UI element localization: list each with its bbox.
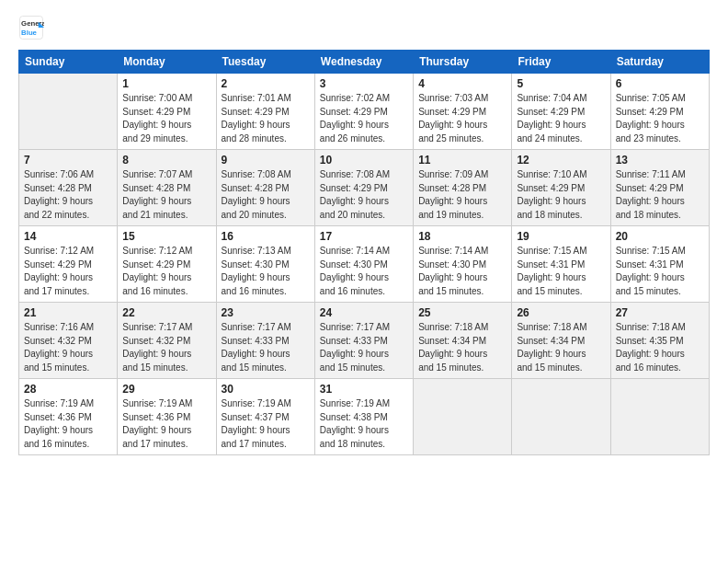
day-info: Sunrise: 7:00 AMSunset: 4:29 PMDaylight:… bbox=[122, 92, 210, 145]
day-cell: 28Sunrise: 7:19 AMSunset: 4:36 PMDayligh… bbox=[19, 379, 118, 455]
day-info: Sunrise: 7:10 AMSunset: 4:29 PMDaylight:… bbox=[517, 168, 605, 222]
day-cell: 20Sunrise: 7:15 AMSunset: 4:31 PMDayligh… bbox=[610, 226, 709, 303]
week-row-4: 21Sunrise: 7:16 AMSunset: 4:32 PMDayligh… bbox=[19, 303, 710, 379]
day-number: 8 bbox=[122, 154, 210, 167]
day-info: Sunrise: 7:06 AMSunset: 4:28 PMDaylight:… bbox=[24, 168, 112, 222]
day-cell: 26Sunrise: 7:18 AMSunset: 4:34 PMDayligh… bbox=[512, 303, 610, 379]
day-number: 7 bbox=[24, 154, 112, 167]
day-info: Sunrise: 7:16 AMSunset: 4:32 PMDaylight:… bbox=[24, 321, 112, 374]
day-cell: 17Sunrise: 7:14 AMSunset: 4:30 PMDayligh… bbox=[314, 226, 413, 303]
day-cell: 21Sunrise: 7:16 AMSunset: 4:32 PMDayligh… bbox=[19, 303, 118, 379]
day-info: Sunrise: 7:17 AMSunset: 4:33 PMDaylight:… bbox=[320, 321, 408, 374]
header-cell-sunday: Sunday bbox=[19, 51, 118, 74]
day-cell bbox=[414, 379, 512, 455]
day-cell: 5Sunrise: 7:04 AMSunset: 4:29 PMDaylight… bbox=[512, 74, 610, 150]
day-info: Sunrise: 7:15 AMSunset: 4:31 PMDaylight:… bbox=[517, 245, 605, 298]
day-number: 30 bbox=[222, 383, 310, 396]
day-info: Sunrise: 7:19 AMSunset: 4:37 PMDaylight:… bbox=[222, 397, 310, 451]
day-cell: 3Sunrise: 7:02 AMSunset: 4:29 PMDaylight… bbox=[314, 74, 413, 150]
day-cell bbox=[19, 74, 118, 150]
day-info: Sunrise: 7:18 AMSunset: 4:34 PMDaylight:… bbox=[517, 321, 605, 374]
week-row-1: 1Sunrise: 7:00 AMSunset: 4:29 PMDaylight… bbox=[19, 74, 710, 150]
day-number: 5 bbox=[517, 77, 605, 90]
day-info: Sunrise: 7:04 AMSunset: 4:29 PMDaylight:… bbox=[517, 92, 605, 145]
day-info: Sunrise: 7:15 AMSunset: 4:31 PMDaylight:… bbox=[616, 245, 704, 298]
day-info: Sunrise: 7:12 AMSunset: 4:29 PMDaylight:… bbox=[122, 245, 210, 298]
day-number: 6 bbox=[616, 77, 704, 90]
logo-icon: General Blue bbox=[18, 15, 44, 40]
header-cell-wednesday: Wednesday bbox=[314, 51, 413, 74]
day-number: 24 bbox=[320, 306, 408, 319]
day-info: Sunrise: 7:09 AMSunset: 4:28 PMDaylight:… bbox=[418, 168, 506, 222]
day-number: 13 bbox=[616, 154, 704, 167]
day-number: 4 bbox=[418, 77, 506, 90]
day-info: Sunrise: 7:07 AMSunset: 4:28 PMDaylight:… bbox=[122, 168, 210, 222]
day-cell: 19Sunrise: 7:15 AMSunset: 4:31 PMDayligh… bbox=[512, 226, 610, 303]
header-cell-thursday: Thursday bbox=[414, 51, 512, 74]
day-info: Sunrise: 7:19 AMSunset: 4:36 PMDaylight:… bbox=[24, 397, 112, 451]
day-cell: 22Sunrise: 7:17 AMSunset: 4:32 PMDayligh… bbox=[118, 303, 216, 379]
day-cell: 14Sunrise: 7:12 AMSunset: 4:29 PMDayligh… bbox=[19, 226, 118, 303]
day-cell: 18Sunrise: 7:14 AMSunset: 4:30 PMDayligh… bbox=[414, 226, 512, 303]
header-cell-tuesday: Tuesday bbox=[216, 51, 314, 74]
day-cell: 27Sunrise: 7:18 AMSunset: 4:35 PMDayligh… bbox=[610, 303, 709, 379]
day-number: 22 bbox=[122, 306, 210, 319]
day-info: Sunrise: 7:17 AMSunset: 4:32 PMDaylight:… bbox=[122, 321, 210, 374]
week-row-2: 7Sunrise: 7:06 AMSunset: 4:28 PMDaylight… bbox=[19, 150, 710, 226]
day-number: 25 bbox=[418, 306, 506, 319]
week-row-3: 14Sunrise: 7:12 AMSunset: 4:29 PMDayligh… bbox=[19, 226, 710, 303]
day-number: 16 bbox=[222, 230, 310, 243]
day-info: Sunrise: 7:18 AMSunset: 4:35 PMDaylight:… bbox=[616, 321, 704, 374]
day-number: 23 bbox=[222, 306, 310, 319]
day-info: Sunrise: 7:14 AMSunset: 4:30 PMDaylight:… bbox=[418, 245, 506, 298]
logo: General Blue bbox=[18, 15, 48, 40]
day-number: 1 bbox=[122, 77, 210, 90]
calendar-table: SundayMondayTuesdayWednesdayThursdayFrid… bbox=[18, 50, 710, 455]
day-cell: 31Sunrise: 7:19 AMSunset: 4:38 PMDayligh… bbox=[314, 379, 413, 455]
day-number: 3 bbox=[320, 77, 408, 90]
day-cell: 7Sunrise: 7:06 AMSunset: 4:28 PMDaylight… bbox=[19, 150, 118, 226]
day-cell: 30Sunrise: 7:19 AMSunset: 4:37 PMDayligh… bbox=[216, 379, 314, 455]
day-cell: 23Sunrise: 7:17 AMSunset: 4:33 PMDayligh… bbox=[216, 303, 314, 379]
day-number: 27 bbox=[616, 306, 704, 319]
calendar-body: 1Sunrise: 7:00 AMSunset: 4:29 PMDaylight… bbox=[19, 74, 710, 455]
day-cell: 11Sunrise: 7:09 AMSunset: 4:28 PMDayligh… bbox=[414, 150, 512, 226]
day-info: Sunrise: 7:14 AMSunset: 4:30 PMDaylight:… bbox=[320, 245, 408, 298]
day-cell: 8Sunrise: 7:07 AMSunset: 4:28 PMDaylight… bbox=[118, 150, 216, 226]
day-cell: 15Sunrise: 7:12 AMSunset: 4:29 PMDayligh… bbox=[118, 226, 216, 303]
day-cell: 9Sunrise: 7:08 AMSunset: 4:28 PMDaylight… bbox=[216, 150, 314, 226]
day-cell: 13Sunrise: 7:11 AMSunset: 4:29 PMDayligh… bbox=[610, 150, 709, 226]
day-number: 21 bbox=[24, 306, 112, 319]
day-number: 18 bbox=[418, 230, 506, 243]
day-number: 17 bbox=[320, 230, 408, 243]
day-info: Sunrise: 7:05 AMSunset: 4:29 PMDaylight:… bbox=[616, 92, 704, 145]
day-cell: 10Sunrise: 7:08 AMSunset: 4:29 PMDayligh… bbox=[314, 150, 413, 226]
day-cell: 24Sunrise: 7:17 AMSunset: 4:33 PMDayligh… bbox=[314, 303, 413, 379]
calendar-header: SundayMondayTuesdayWednesdayThursdayFrid… bbox=[19, 51, 710, 74]
day-number: 15 bbox=[122, 230, 210, 243]
day-cell bbox=[610, 379, 709, 455]
day-number: 10 bbox=[320, 154, 408, 167]
day-number: 12 bbox=[517, 154, 605, 167]
day-info: Sunrise: 7:03 AMSunset: 4:29 PMDaylight:… bbox=[418, 92, 506, 145]
header-cell-saturday: Saturday bbox=[610, 51, 709, 74]
day-cell: 25Sunrise: 7:18 AMSunset: 4:34 PMDayligh… bbox=[414, 303, 512, 379]
day-cell: 29Sunrise: 7:19 AMSunset: 4:36 PMDayligh… bbox=[118, 379, 216, 455]
day-info: Sunrise: 7:19 AMSunset: 4:38 PMDaylight:… bbox=[320, 397, 408, 451]
header-cell-monday: Monday bbox=[118, 51, 216, 74]
day-number: 19 bbox=[517, 230, 605, 243]
day-cell: 2Sunrise: 7:01 AMSunset: 4:29 PMDaylight… bbox=[216, 74, 314, 150]
day-number: 2 bbox=[222, 77, 310, 90]
day-number: 28 bbox=[24, 383, 112, 396]
day-info: Sunrise: 7:19 AMSunset: 4:36 PMDaylight:… bbox=[122, 397, 210, 451]
day-number: 9 bbox=[222, 154, 310, 167]
day-cell: 16Sunrise: 7:13 AMSunset: 4:30 PMDayligh… bbox=[216, 226, 314, 303]
header: General Blue bbox=[18, 15, 710, 40]
day-info: Sunrise: 7:08 AMSunset: 4:28 PMDaylight:… bbox=[222, 168, 310, 222]
day-cell: 12Sunrise: 7:10 AMSunset: 4:29 PMDayligh… bbox=[512, 150, 610, 226]
day-info: Sunrise: 7:17 AMSunset: 4:33 PMDaylight:… bbox=[222, 321, 310, 374]
day-cell: 1Sunrise: 7:00 AMSunset: 4:29 PMDaylight… bbox=[118, 74, 216, 150]
svg-text:Blue: Blue bbox=[21, 29, 38, 37]
page: General Blue SundayMondayTuesdayWednesda… bbox=[0, 0, 728, 563]
day-info: Sunrise: 7:08 AMSunset: 4:29 PMDaylight:… bbox=[320, 168, 408, 222]
